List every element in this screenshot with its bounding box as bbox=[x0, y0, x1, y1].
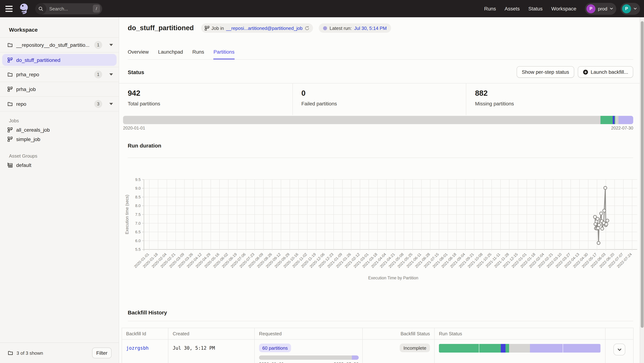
svg-text:Execution time (secs): Execution time (secs) bbox=[125, 195, 129, 234]
caret-down-icon[interactable] bbox=[106, 103, 116, 105]
folder-icon bbox=[8, 72, 12, 77]
nav-workspace[interactable]: Workspace bbox=[551, 6, 576, 12]
hamburger-menu-icon[interactable] bbox=[6, 5, 15, 12]
page-tabs: Overview Launchpad Runs Partitions bbox=[128, 48, 633, 60]
tab-overview[interactable]: Overview bbox=[128, 48, 149, 59]
sidebar-title: Workspace bbox=[0, 17, 119, 38]
job-icon bbox=[204, 26, 209, 30]
expand-row-button[interactable] bbox=[614, 344, 625, 356]
repo-label: prha_repo bbox=[16, 72, 39, 77]
shown-count: 3 of 3 shown bbox=[16, 350, 43, 356]
bar-segment bbox=[530, 344, 563, 352]
job-label: simple_job bbox=[16, 136, 40, 142]
svg-text:6.5: 6.5 bbox=[135, 230, 141, 234]
job-tag-prefix: Job in bbox=[211, 25, 224, 31]
chevron-down-icon bbox=[634, 8, 637, 10]
bar-segment bbox=[352, 356, 359, 360]
backfill-status-badge: Incomplete bbox=[400, 344, 430, 352]
refresh-icon[interactable] bbox=[305, 26, 310, 30]
nav-runs[interactable]: Runs bbox=[484, 6, 496, 12]
repo-label: __repository__do_stuff_partitio... bbox=[16, 42, 90, 48]
sidebar-item-prha-job[interactable]: prha_job bbox=[0, 82, 119, 97]
nav-assets[interactable]: Assets bbox=[504, 6, 520, 12]
svg-text:9.0: 9.0 bbox=[135, 186, 141, 190]
partition-status-bar[interactable] bbox=[123, 116, 633, 124]
job-origin-tag: Job in __reposi...artitioned@partitioned… bbox=[201, 24, 313, 33]
bar-segment bbox=[480, 344, 501, 352]
stat-missing-partitions: 882 Missing partitions bbox=[466, 84, 640, 115]
requested-cell: 60 partitions 2020-01-01 2022-07-30 bbox=[255, 340, 363, 363]
svg-text:8.5: 8.5 bbox=[135, 195, 141, 199]
search-icon bbox=[35, 3, 46, 14]
bar-segment bbox=[501, 344, 506, 352]
svg-text:7.5: 7.5 bbox=[135, 212, 141, 217]
backfill-history-section-header: Backfill History bbox=[128, 309, 633, 321]
job-icon bbox=[8, 87, 12, 92]
backfill-history-heading: Backfill History bbox=[128, 310, 167, 316]
partition-stats: 942 Total partitions 0 Failed partitions… bbox=[119, 83, 640, 115]
filter-button[interactable]: Filter bbox=[92, 348, 112, 358]
job-tag-link[interactable]: __reposi...artitioned@partitioned_job bbox=[226, 25, 302, 31]
col-requested: Requested bbox=[255, 328, 363, 339]
caret-down-icon[interactable] bbox=[106, 74, 116, 76]
run-status-dot bbox=[323, 26, 327, 30]
run-duration-chart[interactable]: 5.56.06.57.07.58.08.59.09.52020-01-01202… bbox=[119, 161, 640, 285]
backfill-id-link[interactable]: jozrgsbh bbox=[126, 345, 148, 351]
run-status-bar[interactable] bbox=[439, 344, 600, 352]
launch-backfill-button[interactable]: Launch backfill... bbox=[578, 66, 633, 78]
tab-runs[interactable]: Runs bbox=[192, 48, 204, 59]
nav-status[interactable]: Status bbox=[528, 6, 542, 12]
job-label: do_stuff_partitioned bbox=[16, 57, 60, 63]
col-backfill-id: Backfill Id bbox=[122, 328, 168, 339]
svg-text:7.0: 7.0 bbox=[135, 221, 141, 226]
stat-failed-partitions: 0 Failed partitions bbox=[293, 84, 466, 115]
search-placeholder: Search... bbox=[49, 6, 93, 11]
vertical-scrollbar-track bbox=[640, 17, 644, 363]
col-created: Created bbox=[168, 328, 255, 339]
sidebar-item-do-stuff-partitioned[interactable]: do_stuff_partitioned bbox=[0, 52, 119, 67]
page-header: do_stuff_partitioned Job in __reposi...a… bbox=[128, 23, 633, 33]
search-input[interactable]: Search... / bbox=[35, 3, 102, 14]
chevron-down-icon bbox=[610, 8, 613, 10]
backfill-history-table: Backfill Id Created Requested Backfill S… bbox=[122, 328, 634, 363]
sidebar-item-default-asset-group[interactable]: default bbox=[0, 160, 119, 170]
top-navbar: Search... / Runs Assets Status Workspace… bbox=[0, 0, 644, 17]
tab-launchpad[interactable]: Launchpad bbox=[158, 48, 183, 59]
stat-total-partitions: 942 Total partitions bbox=[119, 84, 293, 115]
asset-groups-section: Asset Groups default bbox=[0, 151, 119, 170]
svg-text:Execution Time by Partition: Execution Time by Partition bbox=[368, 276, 418, 280]
sidebar-item-repo[interactable]: repo 3 bbox=[0, 97, 119, 112]
show-per-step-status-button[interactable]: Show per-step status bbox=[517, 66, 574, 78]
asset-groups-heading: Asset Groups bbox=[0, 151, 119, 160]
folder-icon bbox=[8, 102, 12, 106]
folder-icon bbox=[8, 350, 13, 356]
repo-label: repo bbox=[16, 101, 26, 107]
tab-partitions[interactable]: Partitions bbox=[214, 48, 234, 59]
user-menu[interactable]: P bbox=[620, 3, 640, 14]
latest-run-label: Latest run: bbox=[330, 25, 352, 31]
sidebar-item-prha-repo[interactable]: prha_repo 1 bbox=[0, 67, 119, 82]
caret-down-icon[interactable] bbox=[106, 44, 116, 46]
requested-partitions-badge[interactable]: 60 partitions bbox=[259, 344, 291, 352]
dagster-logo-icon[interactable] bbox=[19, 3, 30, 14]
vertical-scrollbar-thumb[interactable] bbox=[641, 21, 644, 328]
sidebar-item-simple-job[interactable]: simple_job bbox=[0, 134, 119, 144]
sidebar-item-all-cereals-job[interactable]: all_cereals_job bbox=[0, 125, 119, 134]
partition-bar-labels: 2020-01-01 2022-07-30 bbox=[123, 126, 633, 130]
repo-count-badge: 1 bbox=[94, 70, 102, 78]
sidebar-item-repository-do-stuff[interactable]: __repository__do_stuff_partitio... 1 bbox=[0, 38, 119, 52]
sidebar-footer: 3 of 3 shown Filter bbox=[0, 342, 119, 363]
svg-text:8.0: 8.0 bbox=[135, 204, 141, 208]
bar-segment bbox=[506, 344, 509, 352]
latest-run-link[interactable]: Jul 30, 5:14 PM bbox=[354, 25, 387, 31]
job-icon bbox=[8, 127, 12, 132]
status-heading: Status bbox=[128, 69, 144, 75]
table-header-row: Backfill Id Created Requested Backfill S… bbox=[122, 328, 633, 340]
deployment-switcher[interactable]: P prod bbox=[585, 3, 616, 14]
svg-text:5.5: 5.5 bbox=[135, 247, 141, 252]
col-actions bbox=[605, 328, 634, 339]
search-shortcut-key: / bbox=[93, 5, 100, 12]
bar-segment bbox=[439, 344, 479, 352]
bar-segment bbox=[509, 344, 530, 352]
requested-range-bar bbox=[259, 356, 359, 360]
